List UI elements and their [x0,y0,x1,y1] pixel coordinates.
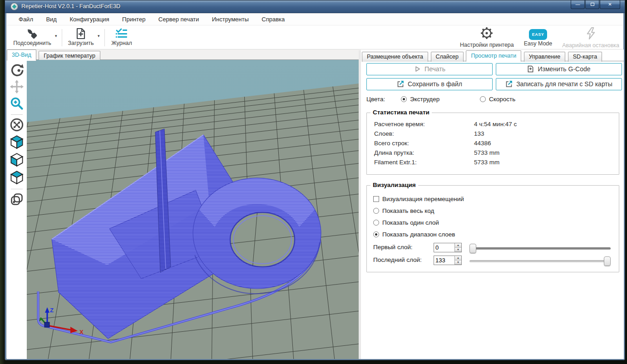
menu-print-server[interactable]: Сервер печати [153,14,204,25]
right-panel: Размещение объекта Слайсер Просмотр печа… [361,49,624,359]
export-sd-icon [505,80,513,88]
first-layer-input[interactable] [434,243,454,252]
tab-control[interactable]: Управление [524,52,566,62]
show-range-radio[interactable] [373,231,379,237]
stat-row-filament: Длина прутка:5733 mm [374,149,614,159]
front-view-icon[interactable] [10,152,24,167]
last-layer-slider-handle[interactable] [604,256,611,266]
window-title: Repetier-Host V2.0.1 - FanDuctForE3D [21,3,120,10]
rotate-view-icon[interactable] [10,63,24,77]
plug-icon [25,28,39,39]
tab-3d-view[interactable]: 3D-Вид [7,49,36,61]
show-single-radio[interactable] [373,220,379,226]
tab-sd-card[interactable]: SD-карта [568,52,602,62]
show-single-option[interactable]: Показать один слой [373,219,439,226]
stat-row-lines: Всего строк:44386 [374,140,614,149]
last-layer-row: Последний слой: ▲ ▼ [373,256,612,266]
app-window: Repetier-Host V2.0.1 - FanDuctForE3D — ✕… [5,0,625,360]
extruder-radio-option[interactable]: Экструдер [401,96,439,103]
first-layer-slider-handle[interactable] [469,244,476,253]
gear-icon [480,27,494,39]
copies-icon[interactable] [10,192,24,206]
extruder-radio[interactable] [401,96,407,102]
maximize-icon [591,3,594,6]
viewport-3d: Z X [7,60,359,359]
show-travel-option[interactable]: Визуализация перемещений [373,196,464,202]
easy-badge: EASY [529,29,547,40]
speed-radio[interactable] [480,96,486,102]
menu-help[interactable]: Справка [256,14,290,25]
last-layer-slider[interactable] [469,260,611,262]
iso-view-icon[interactable] [10,135,24,149]
printer-settings-button[interactable]: Настройки принтера [460,27,514,48]
menu-config[interactable]: Конфигурация [64,14,114,25]
app-icon [10,3,18,10]
show-range-option[interactable]: Показать диапазон слоев [373,231,455,238]
save-to-file-button[interactable]: Сохранить в файл [366,78,493,90]
pan-view-icon[interactable] [10,80,24,93]
fit-view-icon[interactable] [10,118,24,132]
stat-row-time: Расчетное время:4 ч:54 мин:47 с [374,121,614,130]
visualization-title: Визуализация [370,182,418,188]
show-all-option[interactable]: Показать весь код [373,207,434,214]
menu-tools[interactable]: Инструменты [207,14,254,25]
last-layer-spinner: ▲ ▼ [434,256,462,265]
first-layer-row: Первый слой: ▲ ▼ [373,244,612,254]
lightning-icon [585,27,596,40]
last-layer-up[interactable]: ▲ [455,256,461,261]
first-layer-slider[interactable] [469,247,611,250]
show-travel-checkbox[interactable] [373,196,379,202]
viewport-toolbar [7,60,27,359]
menu-printer[interactable]: Принтер [117,14,151,25]
speed-radio-option[interactable]: Скорость [480,96,515,103]
first-layer-up[interactable]: ▲ [455,243,461,248]
stat-row-layers: Слоев:133 [374,130,614,140]
left-tabstrip: 3D-Вид График температур [7,49,359,60]
first-layer-spinner: ▲ ▼ [434,243,462,252]
show-all-radio[interactable] [373,208,379,214]
emergency-stop-button[interactable]: Аварийная остановка [562,27,619,49]
connect-dropdown-arrow[interactable]: ▾ [55,34,59,38]
last-layer-down[interactable]: ▼ [455,261,461,265]
menu-file[interactable]: Файл [13,14,39,25]
zoom-view-icon[interactable] [10,97,24,110]
save-to-sd-button[interactable]: Записать для печати с SD карты [496,78,622,90]
maximize-button[interactable] [585,0,599,9]
tab-print-preview[interactable]: Просмотр печати [466,50,521,62]
close-button[interactable]: ✕ [600,0,620,9]
colors-label: Цвета: [366,96,385,103]
statistics-title: Статистика печати [370,109,432,116]
load-button[interactable]: Загрузить [65,27,97,49]
print-statistics-group: Статистика печати Расчетное время:4 ч:54… [366,113,619,175]
menubar: Файл Вид Конфигурация Принтер Сервер печ… [7,14,623,25]
menu-view[interactable]: Вид [40,14,62,25]
tab-object-placement[interactable]: Размещение объекта [362,52,428,62]
print-button[interactable]: Печать [366,63,493,75]
titlebar[interactable]: Repetier-Host V2.0.1 - FanDuctForE3D — ✕ [5,0,625,13]
log-checklist-icon [115,28,128,39]
log-button[interactable]: Журнал [108,27,136,49]
connect-button[interactable]: Подсоединить [10,27,54,49]
top-view-icon[interactable] [10,170,24,185]
stat-row-filament-extr1: Filament Extr.1:5733 mm [374,159,614,168]
gcode-document-icon [527,65,534,73]
visualization-group: Визуализация Визуализация перемещений По… [366,185,619,272]
minimize-button[interactable]: — [571,0,585,9]
viewport-canvas[interactable]: Z X [27,60,359,359]
tab-slicer[interactable]: Слайсер [431,52,464,62]
load-dropdown-arrow[interactable]: ▾ [98,34,102,38]
window-controls: — ✕ [570,0,620,9]
tab-temp-graph[interactable]: График температур [39,51,100,61]
play-icon [414,65,421,73]
easy-mode-button[interactable]: EASY Easy Mode [524,27,553,47]
colors-row: Цвета: Экструдер Скорость [366,95,621,105]
axis-z-label: Z [50,307,54,314]
first-layer-down[interactable]: ▼ [455,248,461,252]
toolbar: Подсоединить ▾ Загрузить ▾ Журнал [7,25,623,49]
document-plus-icon [75,28,86,39]
axis-x-label: X [79,329,84,335]
last-layer-input[interactable] [434,256,454,265]
export-icon [397,80,404,88]
right-tabstrip: Размещение объекта Слайсер Просмотр печа… [362,50,624,61]
edit-gcode-button[interactable]: Изменить G-Code [496,63,622,75]
